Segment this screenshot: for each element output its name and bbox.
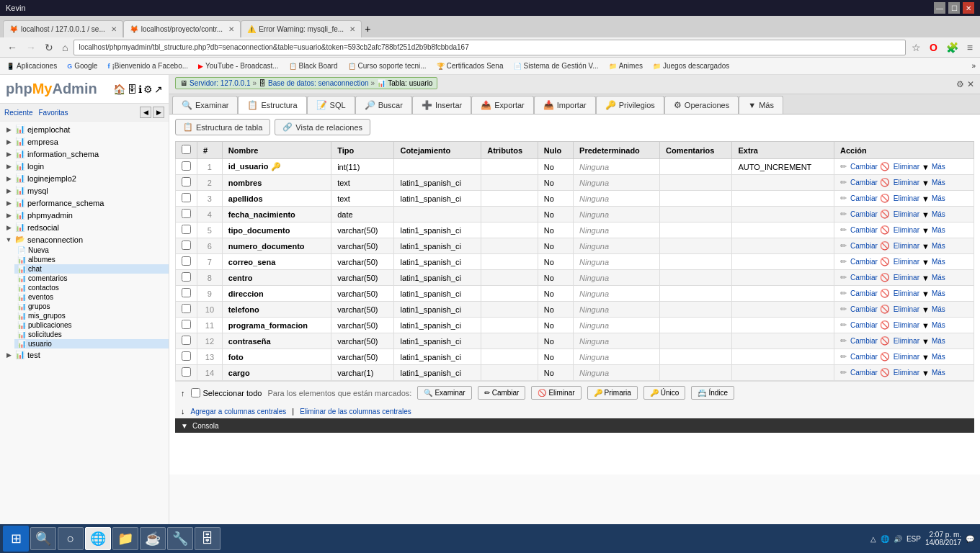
tab-estructura[interactable]: 📋 Estructura — [238, 96, 306, 114]
tab-mas[interactable]: ▼ Más — [739, 96, 783, 114]
row-checkbox-input-5[interactable] — [182, 225, 191, 234]
address-input[interactable] — [74, 40, 905, 55]
reload-button[interactable]: ↻ — [42, 40, 56, 55]
browser-tab-2[interactable]: 🦊 localhost/proyecto/contr... ✕ — [123, 20, 241, 37]
db-item-information-schema[interactable]: ▶ 📊 information_schema — [0, 148, 169, 160]
bookmark-google[interactable]: G Google — [65, 61, 99, 71]
bottom-cambiar-button[interactable]: ✏ Cambiar — [478, 386, 526, 400]
eliminar-link[interactable]: Eliminar — [894, 179, 919, 186]
mas-link[interactable]: Más — [932, 274, 945, 282]
eliminar-link[interactable]: Eliminar — [894, 337, 919, 345]
db-table-eventos[interactable]: 📊 eventos — [14, 292, 169, 302]
db-item-ejemplochat[interactable]: ▶ 📊 ejemplochat — [0, 123, 169, 135]
mas-link[interactable]: Más — [932, 226, 945, 234]
menu-button[interactable]: ≡ — [964, 40, 976, 55]
db-item-test[interactable]: ▶ 📊 test — [0, 349, 169, 361]
taskbar-app-search[interactable]: 🔍 — [30, 527, 56, 550]
mas-link[interactable]: Más — [932, 337, 945, 345]
sidebar-expand-btn[interactable]: ▶ — [153, 107, 164, 118]
taskbar-app-files[interactable]: 📁 — [112, 527, 138, 550]
db-item-senaconnection[interactable]: ▼ 📂 senaconnection — [0, 233, 169, 246]
bottom-eliminar-button[interactable]: 🚫 Eliminar — [531, 386, 581, 400]
row-checkbox-input-7[interactable] — [182, 256, 191, 266]
row-checkbox-input-13[interactable] — [182, 351, 191, 361]
tab-buscar[interactable]: 🔎 Buscar — [355, 96, 412, 114]
eliminar-link[interactable]: Eliminar — [894, 163, 919, 171]
home-button[interactable]: ⌂ — [59, 40, 71, 55]
db-table-publicaciones[interactable]: 📊 publicaciones — [14, 320, 169, 330]
settings-icon[interactable]: ⚙ — [143, 84, 153, 95]
db-table-contactos[interactable]: 📊 contactos — [14, 283, 169, 292]
taskbar-app-java[interactable]: ☕ — [140, 527, 166, 550]
tab-importar[interactable]: 📥 Importar — [534, 96, 596, 114]
eliminar-link[interactable]: Eliminar — [894, 274, 919, 282]
row-checkbox-input-10[interactable] — [182, 304, 191, 313]
bookmark-facebook[interactable]: f ¡Bienvenido a Facebo... — [105, 61, 190, 71]
row-checkbox-input-3[interactable] — [182, 193, 191, 202]
cambiar-link[interactable]: Cambiar — [850, 242, 878, 250]
cambiar-link[interactable]: Cambiar — [850, 179, 878, 186]
eliminar-link[interactable]: Eliminar — [894, 226, 919, 234]
cambiar-link[interactable]: Cambiar — [850, 258, 878, 266]
row-checkbox-input-9[interactable] — [182, 288, 191, 297]
row-checkbox-input-8[interactable] — [182, 272, 191, 282]
close-button[interactable]: ✕ — [963, 2, 974, 14]
eliminar-link[interactable]: Eliminar — [894, 242, 919, 250]
bottom-unico-button[interactable]: 🔑 Único — [643, 386, 686, 400]
breadcrumb-server[interactable]: Servidor: 127.0.0.1 — [190, 79, 251, 87]
tray-up-icon[interactable]: △ — [870, 535, 876, 543]
extensions-button[interactable]: 🧩 — [943, 40, 961, 55]
bookmark-aplicaciones[interactable]: 📱 Aplicaciones — [4, 61, 59, 71]
bookmark-blackboard[interactable]: 📋 Black Board — [287, 61, 340, 71]
cambiar-link[interactable]: Cambiar — [850, 321, 878, 329]
cambiar-link[interactable]: Cambiar — [850, 289, 878, 297]
home-icon[interactable]: 🏠 — [113, 84, 125, 95]
bottom-primaria-button[interactable]: 🔑 Primaria — [587, 386, 638, 400]
row-checkbox-input-4[interactable] — [182, 209, 191, 218]
forward-button[interactable]: → — [23, 40, 39, 55]
tab-operaciones[interactable]: ⚙ Operaciones — [664, 96, 739, 114]
agregar-columnas-link[interactable]: Agregar a columnas centrales — [191, 408, 287, 415]
estructura-tabla-button[interactable]: 📋 Estructura de tabla — [175, 119, 270, 135]
sidebar-recent[interactable]: Reciente — [4, 109, 32, 117]
mas-link[interactable]: Más — [932, 163, 945, 171]
opera-button[interactable]: O — [927, 40, 940, 55]
tab-privilegios[interactable]: 🔑 Privilegios — [596, 96, 664, 114]
start-button[interactable]: ⊞ — [3, 526, 29, 552]
db-table-chat[interactable]: 📊 chat — [14, 264, 169, 274]
row-checkbox-input-6[interactable] — [182, 240, 191, 250]
mas-link[interactable]: Más — [932, 289, 945, 297]
row-checkbox-input-12[interactable] — [182, 336, 191, 345]
eliminar-link[interactable]: Eliminar — [894, 305, 919, 313]
console-bar[interactable]: ▼ Consola — [175, 418, 974, 433]
db-item-loginejemplo2[interactable]: ▶ 📊 loginejemplo2 — [0, 172, 169, 184]
check-all-input[interactable] — [191, 388, 200, 397]
db-item-performance-schema[interactable]: ▶ 📊 performance_schema — [0, 197, 169, 209]
taskbar-app-sequel[interactable]: 🗄 — [195, 527, 220, 550]
browser-tab-3[interactable]: ⚠️ Error Warning: mysqli_fe... ✕ — [241, 20, 362, 37]
tab1-close[interactable]: ✕ — [111, 25, 117, 33]
close-header-icon[interactable]: ✕ — [967, 79, 974, 89]
eliminar-link[interactable]: Eliminar — [894, 258, 919, 266]
db-item-empresa[interactable]: ▶ 📊 empresa — [0, 135, 169, 148]
tab-sql[interactable]: 📝 SQL — [307, 96, 355, 114]
mas-link[interactable]: Más — [932, 258, 945, 266]
mas-link[interactable]: Más — [932, 321, 945, 329]
vista-relaciones-button[interactable]: 🔗 Vista de relaciones — [275, 119, 370, 135]
ext-link-icon[interactable]: ↗ — [154, 84, 163, 95]
sidebar-collapse-btn[interactable]: ◀ — [140, 107, 151, 118]
bottom-indice-button[interactable]: 📇 Índice — [691, 386, 734, 400]
breadcrumb-db[interactable]: Base de datos: senaconnection — [268, 79, 369, 87]
cambiar-link[interactable]: Cambiar — [850, 274, 878, 282]
bookmark-sistema[interactable]: 📄 Sistema de Gestión V... — [512, 61, 601, 71]
notifications-icon[interactable]: 💬 — [966, 535, 974, 543]
browser-tab-1[interactable]: 🦊 localhost / 127.0.0.1 / se... ✕ — [3, 20, 123, 37]
eliminar-link[interactable]: Eliminar — [894, 289, 919, 297]
db-table-comentarios[interactable]: 📊 comentarios — [14, 274, 169, 283]
taskbar-app-cortana[interactable]: ○ — [58, 527, 84, 550]
cambiar-link[interactable]: Cambiar — [850, 163, 878, 171]
mas-link[interactable]: Más — [932, 194, 945, 202]
eliminar-link[interactable]: Eliminar — [894, 194, 919, 202]
bookmark-curso[interactable]: 📋 Curso soporte tecni... — [346, 61, 429, 71]
db-icon[interactable]: 🗄 — [127, 84, 137, 95]
